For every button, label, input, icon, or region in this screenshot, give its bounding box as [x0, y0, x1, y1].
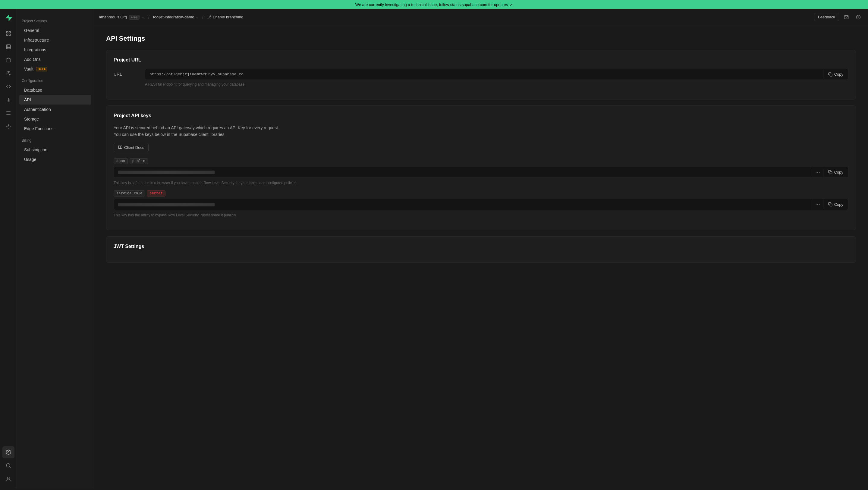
sidebar: Project Settings General Infrastructure … [17, 9, 94, 489]
nav-actions: Feedback [814, 12, 863, 22]
sidebar-item-storage[interactable]: Storage [19, 114, 91, 124]
service-key-blurred [118, 203, 215, 207]
rail-auth-icon[interactable] [2, 67, 14, 79]
main-content: API Settings Project URL URL https://otl… [94, 25, 868, 489]
secret-tag: secret [147, 190, 165, 196]
project-url-card: Project URL URL https://otlqehjfjiuemtwd… [106, 50, 856, 99]
svg-rect-29 [830, 204, 832, 207]
url-label: URL [114, 69, 138, 76]
anon-key-copy-button[interactable]: Copy [823, 167, 848, 177]
rail-search-icon[interactable] [2, 460, 14, 471]
anon-key-hint: This key is safe to use in a browser if … [114, 180, 848, 186]
page-title: API Settings [106, 35, 856, 42]
rail-integrations-icon[interactable] [2, 120, 14, 132]
svg-rect-1 [9, 31, 10, 33]
project-name: tooljet-integration-demo [153, 15, 194, 19]
rail-profile-icon[interactable] [2, 473, 14, 485]
announcement-bar: We are currently investigating a technic… [0, 0, 868, 9]
sidebar-item-subscription[interactable]: Subscription [19, 145, 91, 155]
book-icon [118, 145, 122, 150]
svg-rect-8 [6, 59, 10, 62]
svg-rect-3 [9, 34, 10, 36]
sidebar-item-authentication[interactable]: Authentication [19, 104, 91, 114]
org-plan-badge: Free [129, 15, 140, 20]
anon-key-tags: anon public [114, 158, 848, 164]
project-chevron-icon: ⌄ [195, 15, 198, 19]
anon-key-options-button[interactable]: ⋯ [812, 167, 823, 178]
sidebar-item-infrastructure[interactable]: Infrastructure [19, 35, 91, 45]
external-link-icon: ↗ [510, 3, 513, 7]
sidebar-item-database[interactable]: Database [19, 85, 91, 95]
service-key-input-copy: ⋯ Copy [114, 199, 848, 210]
rail-reports-icon[interactable] [2, 94, 14, 106]
url-field-row: URL https://otlqehjfjiuemtwdinyv.supabas… [114, 69, 848, 87]
feedback-button[interactable]: Feedback [814, 13, 839, 21]
public-tag: public [130, 158, 148, 164]
anon-key-value [114, 167, 812, 178]
svg-line-23 [9, 466, 10, 467]
sidebar-item-vault[interactable]: Vault BETA [19, 64, 91, 74]
nav-separator-1: / [148, 14, 149, 20]
service-key-row: service_role secret ⋯ Copy This key h [114, 190, 848, 218]
nav-separator-2: / [202, 14, 203, 20]
sidebar-item-integrations[interactable]: Integrations [19, 45, 91, 55]
sidebar-item-api[interactable]: API [19, 95, 91, 104]
nav-project[interactable]: tooljet-integration-demo ⌄ [153, 15, 198, 19]
rail-home-icon[interactable] [2, 27, 14, 39]
service-role-tag: service_role [114, 190, 145, 196]
api-keys-description: Your API is secured behind an API gatewa… [114, 124, 848, 138]
anon-key-blurred [118, 171, 215, 174]
url-input-wrapper: https://otlqehjfjiuemtwdinyv.supabase.co… [145, 69, 848, 87]
sidebar-billing-title: Billing [17, 133, 94, 145]
url-input-copy: https://otlqehjfjiuemtwdinyv.supabase.co… [145, 69, 848, 80]
rail-functions-icon[interactable] [2, 81, 14, 93]
service-key-tags: service_role secret [114, 190, 848, 196]
sidebar-item-addons[interactable]: Add Ons [19, 55, 91, 64]
service-copy-icon [828, 202, 832, 207]
rail-storage-icon[interactable] [2, 54, 14, 66]
sidebar-item-edge-functions[interactable]: Edge Functions [19, 124, 91, 133]
service-key-value [114, 199, 812, 210]
icon-rail [0, 9, 17, 489]
api-keys-card-title: Project API keys [114, 113, 848, 118]
url-copy-button[interactable]: Copy [823, 70, 848, 79]
svg-rect-4 [6, 44, 10, 49]
org-name: amanregu's Org [99, 15, 127, 19]
nav-org[interactable]: amanregu's Org Free ⌄ [99, 15, 144, 20]
sidebar-configuration-title: Configuration [17, 74, 94, 85]
rail-table-icon[interactable] [2, 41, 14, 53]
sidebar-item-general[interactable]: General [19, 26, 91, 35]
svg-point-22 [6, 463, 10, 467]
nav-branch[interactable]: ⎇ Enable branching [207, 15, 243, 19]
branch-icon: ⎇ [207, 15, 212, 19]
service-key-copy-button[interactable]: Copy [823, 200, 848, 209]
service-key-options-button[interactable]: ⋯ [812, 199, 823, 210]
rail-logs-icon[interactable] [2, 107, 14, 119]
url-value: https://otlqehjfjiuemtwdinyv.supabase.co [145, 69, 823, 80]
svg-point-21 [7, 452, 9, 453]
svg-rect-2 [6, 34, 8, 36]
client-docs-button[interactable]: Client Docs [114, 143, 149, 152]
rail-settings-icon[interactable] [2, 446, 14, 458]
svg-point-16 [7, 126, 9, 127]
project-url-card-title: Project URL [114, 57, 848, 63]
api-keys-card: Project API keys Your API is secured beh… [106, 105, 856, 230]
anon-copy-icon [828, 170, 832, 174]
top-nav: amanregu's Org Free ⌄ / tooljet-integrat… [94, 9, 868, 25]
svg-rect-0 [6, 31, 8, 33]
svg-rect-27 [830, 74, 832, 76]
copy-icon [828, 72, 832, 76]
sidebar-project-settings-title: Project Settings [17, 14, 94, 26]
svg-point-9 [7, 71, 8, 73]
anon-key-row: anon public ⋯ Copy This key is safe t [114, 158, 848, 186]
url-hint: A RESTful endpoint for querying and mana… [145, 82, 848, 87]
nav-help-icon[interactable] [854, 12, 863, 22]
announcement-text: We are currently investigating a technic… [355, 2, 508, 7]
jwt-settings-card: JWT Settings [106, 236, 856, 263]
branch-label: Enable branching [213, 15, 243, 19]
svg-rect-28 [830, 172, 832, 174]
nav-mail-icon[interactable] [841, 12, 851, 22]
supabase-logo [4, 13, 13, 23]
vault-beta-badge: BETA [36, 67, 47, 71]
sidebar-item-usage[interactable]: Usage [19, 155, 91, 164]
